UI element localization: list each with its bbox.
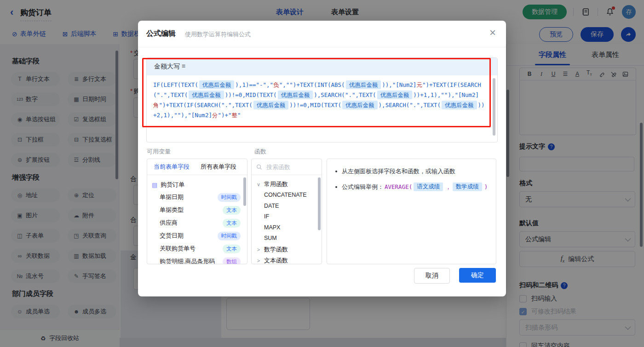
variable-name: 单据日期 — [160, 193, 218, 201]
function-search — [252, 159, 322, 175]
function-item[interactable]: CONCATENATE — [256, 190, 322, 201]
help-line-1: 从左侧面板选择字段名和函数，或输入函数 — [334, 166, 489, 176]
formula-token: )),"[Num2] — [382, 81, 416, 88]
tab-current-form-fields[interactable]: 当前表单字段 — [154, 163, 190, 171]
variable-row[interactable]: 供应商文本 — [152, 216, 244, 229]
example-field-chip: 语文成绩 — [414, 182, 443, 191]
variable-row[interactable]: 交货日期时间戳 — [152, 229, 244, 242]
chevron-right-icon: > — [256, 258, 261, 263]
variable-type-badge: 时间戳 — [218, 232, 241, 240]
formula-field-chip: 优惠后金额 — [278, 91, 313, 99]
formula-target-field: 金额大写 = — [147, 58, 497, 75]
formula-token: 元 — [416, 81, 422, 88]
variable-type-badge: 文本 — [223, 206, 241, 215]
function-group[interactable]: ∨常用函数 — [256, 179, 322, 190]
variables-tree: ▤ 购货订单 单据日期时间戳单据类型文本供应商文本交货日期时间戳关联购货单号文本… — [147, 175, 247, 264]
formula-token: IF(LEFT(TEXT( — [153, 81, 198, 88]
function-group-name: 常用函数 — [264, 180, 288, 188]
form-root-node[interactable]: ▤ 购货订单 — [152, 179, 244, 191]
formula-field-chip: 优惠后金额 — [442, 101, 477, 109]
variable-type-badge: 数组 — [223, 257, 241, 265]
formula-token: ")+TEXT(IF(SEARCH(".",TEXT( — [159, 102, 253, 108]
function-list: ∨常用函数CONCATENATEDATEIFMAPXSUM>数学函数>文本函数 — [252, 175, 322, 264]
example-field-chip: 数学成绩 — [453, 182, 482, 191]
formula-field-chip: 优惠后金额 — [342, 101, 378, 109]
cancel-button[interactable]: 取消 — [414, 268, 450, 284]
form-doc-icon: ▤ — [152, 182, 157, 188]
formula-token: ")+" — [218, 112, 231, 119]
formula-token: 整 — [232, 112, 238, 119]
formula-field-chip: 优惠后金额 — [189, 91, 224, 99]
modal-subtitle: 使用数学运算符编辑公式 — [185, 30, 251, 39]
variable-name: 供应商 — [160, 219, 223, 227]
function-group-name: 文本函数 — [264, 256, 288, 265]
formula-token: ))!=0,MID(TEXT( — [225, 91, 277, 98]
confirm-button[interactable]: 确定 — [459, 268, 496, 283]
variables-panel-label: 可用变量 — [147, 148, 171, 156]
function-item[interactable]: MAPX — [256, 222, 322, 233]
variable-type-badge: 文本 — [223, 245, 241, 253]
formula-editor-box[interactable]: 金额大写 = IF(LEFT(TEXT(优惠后金额),1)=="-","负","… — [146, 57, 498, 142]
formula-scrollbar[interactable] — [493, 78, 495, 136]
functions-scrollbar[interactable] — [318, 177, 321, 230]
formula-token: 分 — [212, 112, 218, 119]
formula-field-chip: 优惠后金额 — [253, 101, 289, 109]
variable-row[interactable]: 关联购货单号文本 — [152, 242, 244, 255]
modal-title: 公式编辑 — [146, 29, 176, 39]
formula-token: 负 — [273, 81, 279, 88]
formula-token: ","")+TEXT(INT(ABS( — [279, 81, 345, 88]
form-root-name: 购货订单 — [161, 181, 184, 189]
formula-token: ))!=0,MID(TEXT( — [289, 102, 341, 108]
variables-panel: 当前表单字段 所有表单字段 ▤ 购货订单 单据日期时间戳单据类型文本供应商文本交… — [147, 159, 247, 264]
help-line-2: 公式编辑举例：AVERAGE(语文成绩，数学成绩) — [334, 182, 489, 192]
formula-help-panel: 从左侧面板选择字段名和函数，或输入函数 公式编辑举例：AVERAGE(语文成绩，… — [327, 159, 496, 264]
functions-panel-label: 函数 — [254, 148, 266, 156]
variable-name: 购货明细.商品条形码 — [160, 257, 223, 264]
variable-row[interactable]: 单据类型文本 — [152, 204, 244, 216]
function-item[interactable]: IF — [256, 211, 322, 222]
variables-tabs: 当前表单字段 所有表单字段 — [147, 159, 247, 175]
variable-type-badge: 文本 — [223, 219, 241, 228]
chevron-right-icon: > — [256, 247, 261, 252]
variable-name: 关联购货单号 — [160, 245, 223, 253]
functions-panel: ∨常用函数CONCATENATEDATEIFMAPXSUM>数学函数>文本函数 — [251, 159, 322, 264]
chevron-down-icon: ∨ — [256, 182, 261, 188]
modal-header: 公式编辑 使用数学运算符编辑公式 × — [138, 21, 506, 47]
formula-token: ),SEARCH(".",TEXT( — [379, 102, 441, 108]
modal-footer: 取消 确定 — [414, 268, 496, 284]
variable-row[interactable]: 购货明细.商品条形码数组 — [152, 255, 244, 264]
variables-scrollbar[interactable] — [243, 177, 246, 206]
function-search-input[interactable] — [265, 163, 313, 171]
formula-token: ),SEARCH(".",TEXT( — [314, 91, 376, 98]
function-group-name: 数学函数 — [264, 245, 288, 254]
formula-field-chip: 优惠后金额 — [346, 80, 381, 89]
function-group[interactable]: >数学函数 — [256, 244, 322, 255]
formula-code-area[interactable]: IF(LEFT(TEXT(优惠后金额),1)=="-","负","")+TEXT… — [147, 75, 497, 125]
formula-editor-modal: 公式编辑 使用数学运算符编辑公式 × 金额大写 = IF(LEFT(TEXT(优… — [138, 21, 506, 296]
function-group[interactable]: >文本函数 — [256, 255, 322, 265]
formula-token: ),1)=="-"," — [235, 81, 273, 88]
formula-field-chip: 优惠后金额 — [199, 80, 235, 89]
formula-field-chip: 优惠后金额 — [377, 91, 413, 99]
formula-token: 角 — [153, 102, 159, 108]
search-icon — [256, 164, 262, 170]
variable-name: 单据类型 — [160, 206, 223, 214]
function-item[interactable]: SUM — [256, 233, 322, 244]
variable-type-badge: 时间戳 — [218, 193, 241, 202]
close-icon[interactable]: × — [489, 27, 496, 38]
example-function-name: AVERAGE( — [385, 182, 412, 192]
formula-token: " — [237, 112, 241, 119]
tab-all-form-fields[interactable]: 所有表单字段 — [201, 163, 236, 171]
variable-name: 交货日期 — [160, 232, 218, 240]
variable-row[interactable]: 单据日期时间戳 — [152, 191, 244, 204]
function-item[interactable]: DATE — [256, 201, 322, 212]
formula-token: ))+1,1),""),"[Num2] — [413, 91, 479, 98]
